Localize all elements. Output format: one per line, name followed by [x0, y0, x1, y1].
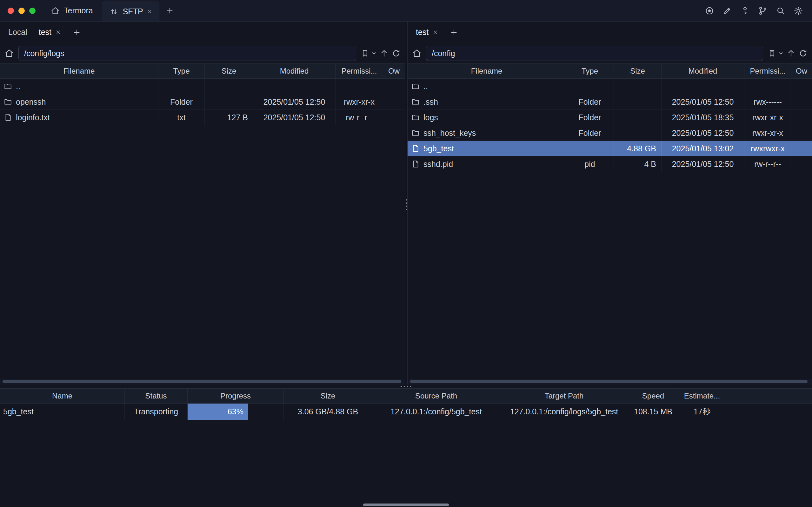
column-header-owner[interactable]: Ow [791, 64, 812, 78]
file-icon [412, 145, 420, 153]
minimize-button[interactable] [18, 8, 25, 14]
left-pane: Local test [0, 21, 405, 385]
tab-sftp[interactable]: SFTP [102, 2, 159, 21]
folder-icon [412, 113, 420, 121]
column-header-type[interactable]: Type [566, 64, 614, 78]
up-directory-icon[interactable] [787, 49, 796, 58]
file-modified: 2025/01/05 12:50 [253, 110, 335, 125]
tab-test-right[interactable]: test [410, 21, 444, 43]
column-header-estimate[interactable]: Estimate... [679, 389, 726, 403]
file-modified: 2025/01/05 12:50 [253, 94, 335, 109]
close-tab-icon[interactable] [432, 29, 438, 35]
refresh-icon[interactable] [799, 49, 808, 58]
column-header-size[interactable]: Size [614, 64, 661, 78]
new-tab-button[interactable] [159, 0, 180, 21]
close-tab-icon[interactable] [147, 9, 153, 15]
file-name: .ssh [424, 97, 438, 107]
edit-icon[interactable] [722, 6, 732, 15]
pane-splitter[interactable] [405, 21, 408, 385]
file-row[interactable]: loginfo.txt txt 127 B 2025/01/05 12:50 r… [0, 110, 405, 125]
transfer-name: 5gb_test [0, 404, 125, 420]
file-type: Folder [566, 94, 614, 109]
add-tab-button[interactable] [67, 21, 87, 43]
column-header-size[interactable]: Size [284, 389, 372, 403]
close-tab-icon[interactable] [55, 29, 61, 35]
file-type: pid [566, 156, 614, 172]
up-directory-icon[interactable] [380, 49, 388, 58]
right-pathbar [408, 43, 812, 63]
file-name: 5gb_test [424, 144, 454, 153]
column-header-permissions[interactable]: Permissi... [335, 64, 383, 78]
file-row-parent[interactable]: .. [0, 79, 405, 94]
column-header-speed[interactable]: Speed [628, 389, 679, 403]
folder-icon [412, 82, 420, 91]
file-row-parent[interactable]: .. [408, 79, 812, 94]
file-type [566, 79, 614, 94]
tab-termora[interactable]: Termora [42, 0, 102, 21]
column-header-progress[interactable]: Progress [187, 389, 284, 403]
right-horizontal-scrollbar[interactable] [408, 379, 812, 385]
left-horizontal-scrollbar[interactable] [0, 379, 405, 385]
zoom-button[interactable] [29, 8, 36, 14]
termora-window: Termora SFTP [0, 0, 812, 507]
file-row[interactable]: sshd.pid pid 4 B 2025/01/05 12:50 rw-r--… [408, 156, 812, 172]
file-row-selected[interactable]: 5gb_test 4.88 GB 2025/01/05 13:02 rwxrwx… [408, 141, 812, 156]
column-header-filler [726, 389, 812, 403]
chevron-down-icon[interactable] [371, 51, 376, 56]
file-permissions: rwx------ [744, 94, 791, 109]
tab-test-label: test [39, 27, 51, 37]
add-tab-button[interactable] [444, 21, 464, 43]
file-size: 4.88 GB [614, 141, 661, 156]
file-size [205, 79, 253, 94]
home-icon[interactable] [4, 49, 14, 58]
bottom-scrollbar-thumb[interactable] [363, 504, 449, 506]
file-row[interactable]: .ssh Folder 2025/01/05 12:50 rwx------ [408, 94, 812, 110]
settings-icon[interactable] [794, 6, 803, 15]
column-header-type[interactable]: Type [158, 64, 205, 78]
left-pathbar [0, 43, 405, 63]
scrollbar-thumb[interactable] [410, 380, 808, 383]
close-button[interactable] [8, 8, 14, 14]
column-header-name[interactable]: Name [0, 389, 125, 403]
column-header-modified[interactable]: Modified [661, 64, 744, 78]
record-icon[interactable] [705, 6, 714, 15]
path-input[interactable] [426, 46, 763, 61]
file-type [566, 141, 614, 156]
column-header-modified[interactable]: Modified [253, 64, 335, 78]
path-input[interactable] [18, 46, 356, 61]
tab-test-left[interactable]: test [33, 21, 67, 43]
file-permissions: rw-r--r-- [744, 156, 791, 172]
column-header-status[interactable]: Status [125, 389, 187, 403]
file-name: ssh_host_keys [424, 128, 476, 138]
right-tabbar: test [408, 21, 812, 43]
traffic-lights [0, 0, 42, 21]
column-header-size[interactable]: Size [205, 64, 253, 78]
left-path-actions [361, 49, 400, 58]
file-permissions: rwxr-xr-x [744, 110, 791, 125]
scrollbar-thumb[interactable] [3, 380, 401, 383]
file-row[interactable]: ssh_host_keys Folder 2025/01/05 12:50 rw… [408, 125, 812, 141]
key-icon[interactable] [740, 6, 750, 15]
refresh-icon[interactable] [392, 49, 400, 58]
tab-local[interactable]: Local [3, 21, 33, 43]
column-header-owner[interactable]: Ow [383, 64, 405, 78]
transfer-row[interactable]: 5gb_test Transporting 63% 3.06 GB/4.88 G… [0, 404, 812, 420]
bookmark-icon[interactable] [361, 49, 370, 58]
transfers-splitter[interactable] [0, 385, 812, 388]
bookmark-icon[interactable] [767, 49, 776, 58]
file-size [614, 110, 661, 125]
git-branch-icon[interactable] [758, 6, 767, 15]
column-header-source-path[interactable]: Source Path [372, 389, 500, 403]
file-row[interactable]: logs Folder 2025/01/05 18:35 rwxr-xr-x [408, 110, 812, 125]
search-icon[interactable] [776, 6, 785, 15]
column-header-filename[interactable]: Filename [0, 64, 158, 78]
file-modified: 2025/01/05 12:50 [661, 156, 744, 172]
column-header-permissions[interactable]: Permissi... [744, 64, 791, 78]
folder-icon [4, 82, 12, 91]
file-modified [661, 79, 744, 94]
column-header-target-path[interactable]: Target Path [500, 389, 628, 403]
chevron-down-icon[interactable] [778, 51, 783, 56]
column-header-filename[interactable]: Filename [408, 64, 566, 78]
home-icon[interactable] [412, 49, 422, 58]
file-row[interactable]: openssh Folder 2025/01/05 12:50 rwxr-xr-… [0, 94, 405, 110]
